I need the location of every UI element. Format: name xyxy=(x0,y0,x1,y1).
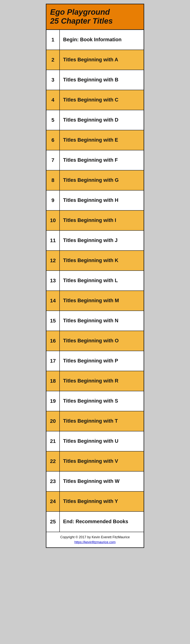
row-number: 9 xyxy=(46,190,60,210)
row-number: 25 xyxy=(46,512,60,532)
row-number: 2 xyxy=(46,50,60,70)
row-text: Titles Beginning with B xyxy=(60,70,144,90)
copyright-text: Copyright © 2017 by Kevin Everett FitzMa… xyxy=(49,535,141,540)
row-number: 1 xyxy=(46,30,60,50)
table-row[interactable]: 1Begin: Book Information xyxy=(46,30,144,50)
row-text: Titles Beginning with O xyxy=(60,331,144,351)
table-row[interactable]: 12Titles Beginning with K xyxy=(46,251,144,271)
footer-link[interactable]: https://kevinfitzmaurice.com xyxy=(49,540,141,545)
row-text: Titles Beginning with T xyxy=(60,411,144,431)
row-text: Titles Beginning with E xyxy=(60,130,144,150)
header: Ego Playground 25 Chapter Titles xyxy=(46,4,144,30)
table-row[interactable]: 10Titles Beginning with I xyxy=(46,210,144,231)
row-number: 23 xyxy=(46,472,60,491)
row-number: 6 xyxy=(46,130,60,150)
row-text: Titles Beginning with C xyxy=(60,90,144,110)
row-text: Titles Beginning with I xyxy=(60,210,144,230)
table-row[interactable]: 22Titles Beginning with V xyxy=(46,452,144,472)
row-text: Begin: Book Information xyxy=(60,30,144,50)
row-number: 20 xyxy=(46,411,60,431)
table-row[interactable]: 18Titles Beginning with R xyxy=(46,371,144,391)
table-row[interactable]: 3Titles Beginning with B xyxy=(46,70,144,90)
row-text: Titles Beginning with J xyxy=(60,231,144,250)
website-link[interactable]: https://kevinfitzmaurice.com xyxy=(74,540,116,544)
table-row[interactable]: 5Titles Beginning with D xyxy=(46,110,144,130)
row-text: Titles Beginning with F xyxy=(60,150,144,170)
row-number: 18 xyxy=(46,371,60,391)
table-row[interactable]: 7Titles Beginning with F xyxy=(46,150,144,170)
row-number: 17 xyxy=(46,351,60,371)
row-text: Titles Beginning with D xyxy=(60,110,144,130)
row-number: 22 xyxy=(46,452,60,471)
row-number: 11 xyxy=(46,231,60,250)
row-text: Titles Beginning with W xyxy=(60,472,144,491)
table-row[interactable]: 14Titles Beginning with M xyxy=(46,291,144,311)
footer: Copyright © 2017 by Kevin Everett FitzMa… xyxy=(46,532,144,547)
row-text: Titles Beginning with N xyxy=(60,311,144,331)
table-row[interactable]: 20Titles Beginning with T xyxy=(46,411,144,432)
table-row[interactable]: 17Titles Beginning with P xyxy=(46,351,144,371)
table-row[interactable]: 24Titles Beginning with Y xyxy=(46,492,144,512)
row-text: Titles Beginning with K xyxy=(60,251,144,270)
row-number: 7 xyxy=(46,150,60,170)
row-number: 21 xyxy=(46,432,60,451)
row-text: Titles Beginning with P xyxy=(60,351,144,371)
header-line1: Ego Playground xyxy=(50,8,110,16)
table-row[interactable]: 13Titles Beginning with L xyxy=(46,271,144,291)
table-row[interactable]: 21Titles Beginning with U xyxy=(46,432,144,452)
chapters-table: 1Begin: Book Information2Titles Beginnin… xyxy=(46,30,144,532)
table-row[interactable]: 19Titles Beginning with S xyxy=(46,391,144,411)
row-number: 19 xyxy=(46,391,60,411)
table-row[interactable]: 11Titles Beginning with J xyxy=(46,231,144,251)
table-row[interactable]: 15Titles Beginning with N xyxy=(46,311,144,331)
table-row[interactable]: 25End: Recommended Books xyxy=(46,512,144,532)
main-container: Ego Playground 25 Chapter Titles 1Begin:… xyxy=(46,4,144,548)
row-text: Titles Beginning with G xyxy=(60,170,144,190)
row-number: 16 xyxy=(46,331,60,351)
table-row[interactable]: 2Titles Beginning with A xyxy=(46,50,144,70)
row-number: 3 xyxy=(46,70,60,90)
table-row[interactable]: 23Titles Beginning with W xyxy=(46,472,144,492)
table-row[interactable]: 6Titles Beginning with E xyxy=(46,130,144,150)
row-text: Titles Beginning with S xyxy=(60,391,144,411)
row-text: Titles Beginning with V xyxy=(60,452,144,471)
row-text: Titles Beginning with R xyxy=(60,371,144,391)
row-number: 15 xyxy=(46,311,60,331)
table-row[interactable]: 8Titles Beginning with G xyxy=(46,170,144,190)
row-text: End: Recommended Books xyxy=(60,512,144,532)
table-row[interactable]: 4Titles Beginning with C xyxy=(46,90,144,110)
row-text: Titles Beginning with M xyxy=(60,291,144,310)
header-title: Ego Playground 25 Chapter Titles xyxy=(50,8,140,26)
row-number: 5 xyxy=(46,110,60,130)
row-text: Titles Beginning with U xyxy=(60,432,144,451)
row-text: Titles Beginning with A xyxy=(60,50,144,70)
row-text: Titles Beginning with H xyxy=(60,190,144,210)
row-number: 24 xyxy=(46,492,60,511)
row-number: 14 xyxy=(46,291,60,310)
header-line2: 25 Chapter Titles xyxy=(50,16,113,25)
row-number: 10 xyxy=(46,210,60,230)
row-number: 13 xyxy=(46,271,60,290)
row-text: Titles Beginning with L xyxy=(60,271,144,290)
row-text: Titles Beginning with Y xyxy=(60,492,144,511)
table-row[interactable]: 9Titles Beginning with H xyxy=(46,190,144,210)
table-row[interactable]: 16Titles Beginning with O xyxy=(46,331,144,351)
row-number: 8 xyxy=(46,170,60,190)
row-number: 12 xyxy=(46,251,60,270)
row-number: 4 xyxy=(46,90,60,110)
